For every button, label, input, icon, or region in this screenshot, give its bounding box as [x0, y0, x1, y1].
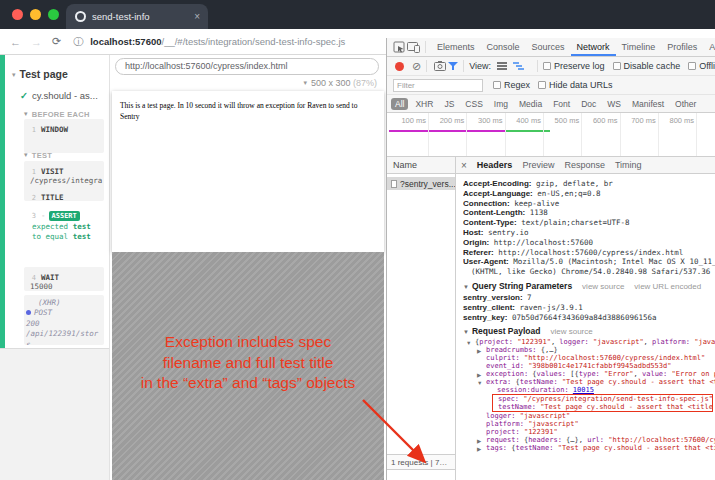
filter-pill-xhr[interactable]: XHR [411, 98, 437, 110]
devtools-tab-console[interactable]: Console [481, 38, 526, 56]
section-test[interactable]: ▾TEST [24, 151, 52, 160]
devtools-tab-profiles[interactable]: Profiles [661, 38, 703, 56]
devtools-tab-timeline[interactable]: Timeline [616, 38, 662, 56]
window-close-button[interactable] [12, 9, 23, 20]
back-button[interactable]: ← [10, 36, 21, 48]
filter-pill-font[interactable]: Font [549, 98, 574, 110]
command-name: TITLE [41, 193, 64, 202]
devtools-tab-sources[interactable]: Sources [526, 38, 571, 56]
divider [426, 60, 427, 72]
command-assert[interactable]: 3-ASSERT expected test to equal test [24, 205, 104, 261]
command-window[interactable]: 1WINDOW [24, 119, 104, 153]
browser-tab-bar: send-test-info × [0, 0, 715, 29]
browser-tab[interactable]: send-test-info × [66, 4, 208, 29]
command-wait[interactable]: 4WAIT 15000 [24, 267, 104, 291]
request-payload-tree: ▼{project: "122391", logger: "javascript… [463, 338, 715, 452]
payload-row[interactable]: ▶exception: {values: [{type: "Error", va… [463, 370, 715, 378]
devtools-tab-network[interactable]: Network [571, 38, 616, 56]
section-before-each[interactable]: ▾BEFORE EACH [24, 110, 90, 119]
url-path: /__/#/tests/integration/send-test-info-s… [162, 36, 346, 47]
suite-title[interactable]: ▾Test page [12, 68, 68, 80]
close-details-icon[interactable]: × [461, 160, 467, 171]
detail-tab-response[interactable]: Response [559, 160, 610, 170]
filter-funnel-icon[interactable] [448, 62, 458, 71]
filter-pill-all[interactable]: All [391, 98, 408, 110]
filter-pill-other[interactable]: Other [671, 98, 700, 110]
command-visit-title[interactable]: 1VISIT /cypress/integra 2TITLE [24, 161, 104, 201]
name-column-header[interactable]: Name [387, 157, 456, 173]
devtools-tab-application[interactable]: Application [703, 38, 715, 56]
assert-badge: ASSERT [49, 211, 80, 221]
viewport-size[interactable]: ▾500 x 300 (87%) [303, 78, 377, 88]
tab-close-icon[interactable]: × [194, 11, 200, 22]
checkbox-disable-cache[interactable]: Disable cache [613, 61, 681, 71]
payload-row[interactable]: ▶tags: {testName: "Test page cy.should -… [463, 444, 715, 452]
request-detail-header: Name × HeadersPreviewResponseTiming [387, 157, 715, 174]
payload-row[interactable]: ▶breadcrumbs: {,…} [463, 346, 715, 354]
inspect-element-icon[interactable] [393, 41, 405, 53]
window-minimize-button[interactable] [30, 9, 41, 20]
disclosure-triangle-icon[interactable]: ▶ [477, 446, 481, 452]
reload-button[interactable]: ⟳ [52, 35, 61, 48]
view-overview-icon[interactable] [513, 62, 524, 70]
header-line: Origin: http://localhost:57600 [463, 238, 715, 248]
request-payload-section-header[interactable]: ▼Request Payloadview source [463, 326, 715, 336]
clear-icon[interactable]: ⊘ [412, 60, 421, 73]
request-headers-list: Accept-Encoding: gzip, deflate, brAccept… [463, 179, 715, 277]
header-line: Content-Length: 1138 [463, 208, 715, 218]
command-number: 1 [26, 168, 36, 176]
network-overview[interactable]: 100 ms200 ms300 ms400 ms500 ms600 ms700 … [387, 113, 715, 157]
payload-row[interactable]: ▼extra: {testName: "Test page cy.should … [463, 378, 715, 386]
link-view-source[interactable]: view source [550, 327, 592, 336]
payload-row[interactable]: ▼{project: "122391", logger: "javascript… [463, 338, 715, 346]
checkbox-offline[interactable]: Offline [688, 61, 715, 71]
view-list-icon[interactable] [497, 62, 507, 70]
filter-row: RegexHide data URLs [387, 76, 715, 95]
timeline-tick-label: 100 ms [391, 116, 426, 125]
command-arg: 15000 [26, 282, 102, 291]
detail-tab-timing[interactable]: Timing [610, 160, 647, 170]
header-line: Accept-Encoding: gzip, deflate, br [463, 179, 715, 189]
timeline-tick-label: 500 ms [544, 116, 579, 125]
detail-tab-preview[interactable]: Preview [517, 160, 559, 170]
filter-pill-ws[interactable]: WS [603, 98, 625, 110]
query-string-section-header[interactable]: ▼Query String Parametersview sourceview … [463, 281, 715, 291]
address-bar[interactable]: localhost:57600/__/#/tests/integration/s… [90, 36, 345, 47]
checkbox-regex[interactable]: Regex [493, 80, 530, 90]
test-passed-bar [0, 55, 5, 348]
requests-summary: 1 requests | 7… [387, 454, 455, 470]
query-string-params: sentry_version: 7sentry_client: raven-js… [463, 293, 715, 322]
page-info-icon[interactable]: ⓘ [73, 35, 83, 49]
filter-pill-js[interactable]: JS [440, 98, 458, 110]
request-row[interactable]: ?sentry_vers... [387, 177, 455, 190]
window-zoom-button[interactable] [48, 9, 59, 20]
forward-button[interactable]: → [31, 36, 42, 48]
filter-pill-css[interactable]: CSS [461, 98, 486, 110]
command-name: WINDOW [41, 125, 68, 134]
timeline-tick-label: 300 ms [468, 116, 503, 125]
filter-pill-doc[interactable]: Doc [577, 98, 600, 110]
link-view-source[interactable]: view source [582, 282, 624, 291]
link-view-URL-encoded[interactable]: view URL encoded [634, 282, 701, 291]
filter-checkboxes: RegexHide data URLs [493, 80, 621, 90]
test-title[interactable]: ✓cy.should - as... [20, 90, 98, 101]
checkbox-icon [538, 81, 546, 89]
checkbox-hide-data-urls[interactable]: Hide data URLs [538, 80, 613, 90]
aut-url-bar[interactable]: http://localhost:57600/cypress/index.htm… [115, 58, 379, 75]
record-button[interactable] [395, 62, 404, 71]
device-toolbar-icon[interactable] [407, 42, 420, 53]
filter-input[interactable] [393, 79, 483, 92]
command-xhr[interactable]: (XHR) POST 200 /api/122391/stor s... [24, 295, 104, 345]
payload-row[interactable]: ▶request: {headers: {…}, url: "http://lo… [463, 436, 715, 444]
screenshot-camera-icon[interactable] [434, 61, 446, 71]
filter-pill-media[interactable]: Media [515, 98, 546, 110]
collapse-caret-icon: ▾ [12, 71, 16, 78]
annotation-text: Exception includes spec filename and ful… [112, 332, 384, 394]
checkbox-preserve-log[interactable]: Preserve log [543, 61, 605, 71]
devtools-tab-elements[interactable]: Elements [431, 38, 481, 56]
page-text: This is a test page. In 10 second it wil… [120, 100, 368, 122]
filter-pill-manifest[interactable]: Manifest [628, 98, 668, 110]
check-icon: ✓ [20, 90, 28, 101]
detail-tab-headers[interactable]: Headers [472, 160, 518, 170]
filter-pill-img[interactable]: Img [490, 98, 512, 110]
